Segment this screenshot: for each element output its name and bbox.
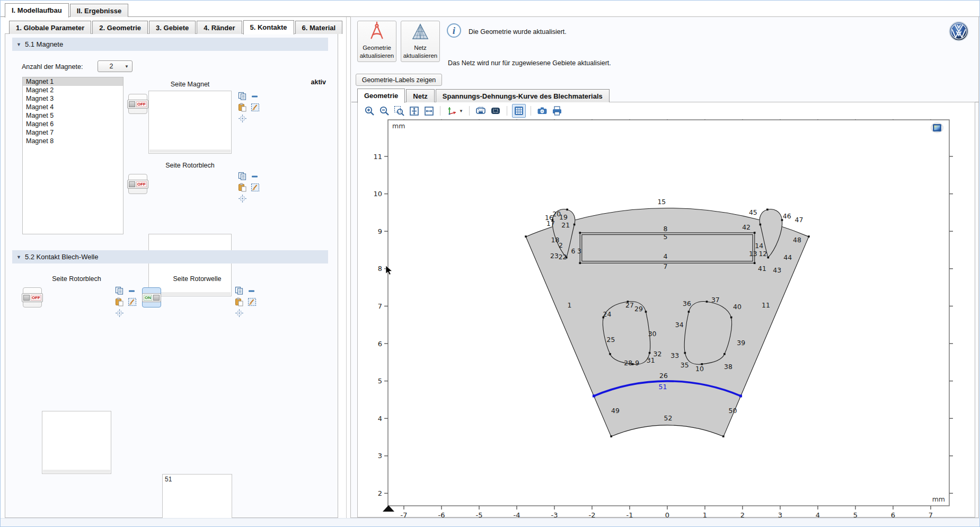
edge-label: 51 — [659, 383, 667, 391]
show-geometry-labels-button[interactable]: Geometrie-Labels zeigen — [356, 74, 442, 86]
zoom-out-icon[interactable] — [378, 104, 391, 117]
zoom-to-selection-icon[interactable] — [236, 192, 249, 205]
toggle-kontakt-rotorblech[interactable]: OFF — [23, 287, 42, 308]
magnet-count-dropdown[interactable]: 2 ▼ — [98, 60, 133, 72]
edge-label: 35 — [681, 361, 689, 369]
tab-ii-ergebnisse[interactable]: II. Ergebnisse — [70, 4, 129, 17]
edge-label: 9 — [635, 359, 639, 367]
y-axis-unit-label: mm — [392, 122, 405, 130]
edge-label: 52 — [664, 414, 672, 422]
group-title-kontakt-rotorblech: Seite Rotorblech — [42, 275, 111, 283]
tab-i-modellaufbau[interactable]: I. Modellaufbau — [5, 3, 69, 17]
zoom-to-selection-icon[interactable] — [233, 307, 245, 320]
tab-4-ränder[interactable]: 4. Ränder — [197, 21, 242, 34]
mesh-icon — [410, 21, 431, 43]
list-item[interactable]: Magnet 4 — [23, 103, 123, 111]
edge-label: 33 — [670, 352, 679, 359]
panel-splitter[interactable] — [346, 17, 347, 518]
edge-label: 3 — [577, 247, 581, 255]
list-item[interactable]: Magnet 1 — [23, 77, 123, 86]
tab-geometrie[interactable]: Geometrie — [357, 89, 405, 103]
tab-netz[interactable]: Netz — [406, 89, 434, 102]
toggle-off-label: OFF — [136, 181, 147, 187]
chevron-down-icon[interactable]: ▼ — [459, 109, 463, 113]
right-graphics-panel: Geometrie aktualisieren Netz aktualisier… — [350, 16, 979, 518]
image-export-icon[interactable] — [489, 104, 502, 117]
view-orientation-icon[interactable] — [445, 104, 458, 117]
button-label: aktualisieren — [403, 52, 438, 59]
x-tick-label: 7 — [929, 511, 933, 518]
edge-label: 14 — [755, 242, 763, 250]
toolbar-separator — [440, 106, 440, 116]
tab-3-gebiete[interactable]: 3. Gebiete — [149, 21, 196, 34]
list-item[interactable]: Magnet 3 — [23, 94, 123, 103]
toggle-on-label: ON — [144, 295, 152, 301]
edge-label: 36 — [683, 300, 691, 308]
compass-icon — [366, 21, 387, 43]
tab-5-kontakte[interactable]: 5. Kontakte — [243, 20, 294, 34]
edge-label: 30 — [648, 330, 657, 338]
edge-label: 24 — [603, 310, 611, 318]
x-tick-label: 0 — [665, 511, 669, 518]
main-tab-bar: I. ModellaufbauII. Ergebnisse — [5, 3, 128, 17]
zoom-box-icon[interactable] — [393, 104, 405, 117]
selection-box-seite-magnet[interactable] — [148, 91, 232, 154]
tab-6-material[interactable]: 6. Material — [295, 21, 343, 34]
zoom-to-selection-icon[interactable] — [113, 307, 126, 320]
zoom-in-icon[interactable] — [363, 104, 376, 117]
update-geometry-button[interactable]: Geometrie aktualisieren — [357, 21, 396, 62]
zoom-to-selection-icon[interactable] — [236, 112, 249, 125]
list-item[interactable]: Magnet 6 — [23, 120, 123, 128]
print-icon[interactable] — [551, 104, 563, 117]
grid-icon[interactable] — [512, 104, 526, 118]
edge-label: 19 — [559, 213, 568, 221]
clear-selection-icon[interactable] — [245, 296, 258, 309]
x-tick-label: -5 — [476, 511, 483, 518]
group-title-kontakt-rotorwelle: Seite Rotorwelle — [162, 275, 232, 283]
toggle-knob — [129, 181, 135, 187]
y-tick-label: 7 — [378, 302, 382, 310]
x-tick-label: 3 — [778, 511, 782, 518]
toggle-knob — [153, 295, 160, 301]
edge-label: 39 — [737, 339, 745, 347]
zoom-fit-icon[interactable] — [422, 104, 435, 117]
list-item[interactable]: Magnet 7 — [23, 128, 123, 137]
zoom-extents-icon[interactable] — [408, 104, 420, 117]
y-tick-label: 6 — [378, 340, 382, 348]
toggle-seite-rotorblech[interactable]: OFF — [128, 174, 147, 194]
clear-selection-icon[interactable] — [126, 296, 138, 309]
camera-icon[interactable] — [536, 104, 549, 117]
edge-label: 1 — [567, 301, 571, 309]
edge-label: 50 — [729, 407, 737, 415]
list-item[interactable]: Magnet 5 — [23, 111, 123, 120]
y-tick-label: 5 — [378, 377, 382, 385]
section-header-magnete[interactable]: ▼ 5.1 Magnete — [12, 38, 328, 51]
selection-box-kontakt-rotorblech[interactable] — [42, 411, 111, 474]
edge-label: 7 — [663, 262, 667, 270]
section-header-kontakt[interactable]: ▼ 5.2 Kontakt Blech-Welle — [12, 250, 328, 264]
edge-label: 44 — [783, 253, 792, 261]
selection-box-seite-rotorblech[interactable] — [148, 234, 232, 296]
magnet-list[interactable]: Magnet 1Magnet 2Magnet 3Magnet 4Magnet 5… — [22, 77, 123, 234]
collapse-triangle-icon: ▼ — [16, 254, 21, 260]
tab-2-geometrie[interactable]: 2. Geometrie — [92, 21, 148, 34]
update-mesh-button[interactable]: Netz aktualisieren — [401, 21, 440, 62]
list-item[interactable]: Magnet 8 — [23, 137, 123, 145]
view-tab-bar: GeometrieNetzSpannungs-Dehnungs-Kurve de… — [357, 88, 610, 102]
clear-selection-icon[interactable] — [249, 181, 261, 194]
edge-label: 37 — [711, 296, 720, 304]
tab-spannungs-dehnungs-kurve-des-blechmaterials[interactable]: Spannungs-Dehnungs-Kurve des Blechmateri… — [436, 89, 610, 102]
list-item[interactable]: Magnet 2 — [23, 86, 123, 94]
toolbar-separator — [507, 106, 507, 116]
clear-selection-icon[interactable] — [249, 101, 261, 114]
edge-label: 48 — [793, 236, 801, 244]
toggle-seite-magnet[interactable]: OFF — [128, 94, 147, 114]
edge-label: 25 — [607, 336, 615, 344]
geometry-plot[interactable]: -7-6-5-4-3-2-101234567234567891011mmmm15… — [358, 102, 976, 518]
graphics-area[interactable]: ▼ -7-6-5-4-3-2-101234567234567891011mmmm… — [357, 102, 975, 517]
x-tick-label: -2 — [589, 511, 596, 518]
magnet-count-value: 2 — [98, 63, 125, 70]
toggle-kontakt-rotorwelle[interactable]: ON — [142, 287, 161, 308]
tab-1-globale-parameter[interactable]: 1. Globale Parameter — [9, 21, 91, 34]
image-snapshot-icon[interactable] — [474, 104, 487, 117]
